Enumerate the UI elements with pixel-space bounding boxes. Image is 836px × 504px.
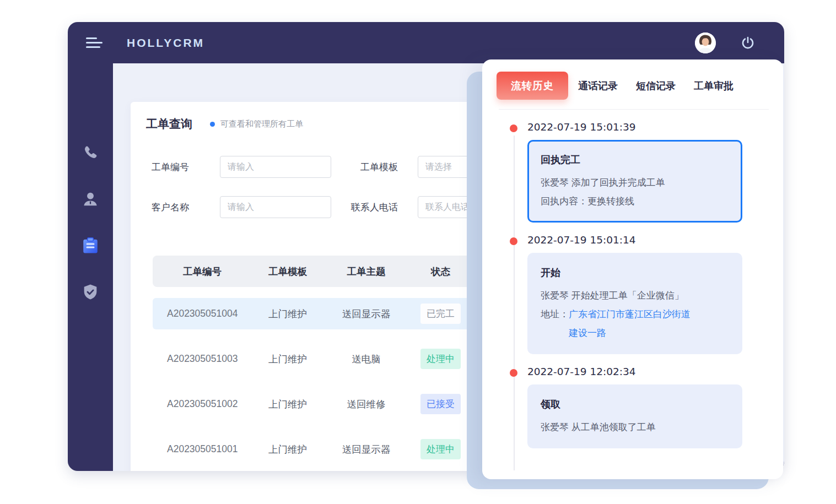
- cell-subject: 送回显示器: [323, 443, 409, 456]
- order-no-input[interactable]: [220, 156, 331, 178]
- col-header-order-no: 工单编号: [153, 265, 252, 278]
- timeline-card-text: 张爱琴 添加了回执并完成工单: [541, 174, 729, 192]
- sidebar-item-contacts[interactable]: [80, 189, 100, 209]
- header-actions: [695, 32, 756, 53]
- contact-phone-label: 联系人电话: [331, 201, 418, 214]
- timeline-timestamp: 2022-07-19 12:02:34: [527, 366, 783, 377]
- timeline-card-started[interactable]: 开始 张爱琴 开始处理工单「企业微信」 地址： 广东省江门市蓬江区白沙街道建设一…: [527, 253, 742, 354]
- cell-order-no: A202305051002: [153, 398, 252, 410]
- timeline-card-title: 回执完工: [541, 153, 729, 166]
- address-label: 地址：: [541, 305, 569, 324]
- page-subtitle: 可查看和管理所有工单: [220, 119, 303, 129]
- timeline-entry: 2022-07-19 15:01:14 开始 张爱琴 开始处理工单「企业微信」 …: [482, 234, 783, 354]
- cell-template: 上门维护: [252, 353, 323, 366]
- timeline-card-text: 回执内容：更换转接线: [541, 192, 729, 211]
- tabs-divider: [499, 109, 769, 110]
- circulation-timeline: 2022-07-19 15:01:39 回执完工 张爱琴 添加了回执并完成工单 …: [482, 121, 783, 448]
- customer-name-label: 客户名称: [152, 201, 220, 214]
- sidebar-item-calls[interactable]: [80, 143, 100, 163]
- order-detail-panel: 流转历史 通话记录 短信记录 工单审批 2022-07-19 15:01:39 …: [482, 59, 783, 479]
- sidebar-item-work-orders[interactable]: [80, 236, 100, 256]
- tab-sms-records[interactable]: 短信记录: [636, 79, 676, 93]
- timeline-card-claimed[interactable]: 领取 张爱琴 从工单池领取了工单: [527, 384, 742, 448]
- contacts-icon: [81, 190, 100, 209]
- sidebar-item-security[interactable]: [80, 282, 100, 302]
- tab-order-approval[interactable]: 工单审批: [694, 79, 733, 93]
- template-label: 工单模板: [331, 161, 418, 174]
- cell-order-no: A202305051004: [153, 308, 252, 319]
- status-badge: 已完工: [420, 304, 461, 324]
- timeline-dot-icon: [510, 124, 517, 132]
- cell-order-no: A202305051001: [153, 443, 252, 455]
- cell-template: 上门维护: [252, 398, 323, 411]
- timeline-card-completed[interactable]: 回执完工 张爱琴 添加了回执并完成工单 回执内容：更换转接线: [527, 140, 742, 223]
- nav-sidebar: [68, 63, 113, 471]
- timeline-entry: 2022-07-19 15:01:39 回执完工 张爱琴 添加了回执并完成工单 …: [482, 121, 783, 223]
- cell-subject: 送电脑: [323, 353, 409, 366]
- cell-subject: 送回维修: [323, 398, 409, 411]
- cell-order-no: A202305051003: [153, 353, 252, 365]
- title-dot-icon: [210, 122, 215, 127]
- power-logout-icon[interactable]: [740, 35, 756, 51]
- cell-subject: 送回显示器: [323, 307, 409, 321]
- menu-hamburger-icon[interactable]: [86, 35, 103, 51]
- shield-check-icon: [81, 283, 100, 301]
- col-header-subject: 工单主题: [323, 265, 409, 278]
- tab-circulation-history[interactable]: 流转历史: [497, 72, 568, 100]
- timeline-card-text: 张爱琴 从工单池领取了工单: [541, 418, 729, 437]
- avatar-image: [695, 32, 716, 53]
- customer-name-input[interactable]: [220, 196, 331, 218]
- timeline-dot-icon: [510, 369, 517, 377]
- page-title: 工单查询: [146, 116, 192, 132]
- timeline-card-title: 领取: [541, 398, 729, 411]
- app-header: HOLLYCRM: [68, 22, 784, 63]
- tab-call-records[interactable]: 通话记录: [578, 79, 618, 93]
- work-order-clipboard-icon: [80, 236, 100, 256]
- status-badge: 已接受: [420, 394, 461, 414]
- user-avatar[interactable]: [695, 32, 716, 53]
- timeline-timestamp: 2022-07-19 15:01:14: [527, 234, 783, 246]
- timeline-card-text: 张爱琴 开始处理工单「企业微信」: [541, 286, 729, 305]
- order-no-label: 工单编号: [152, 161, 220, 174]
- brand-logo: HOLLYCRM: [127, 36, 204, 50]
- timeline-dot-icon: [510, 237, 517, 245]
- timeline-entry: 2022-07-19 12:02:34 领取 张爱琴 从工单池领取了工单: [482, 366, 783, 448]
- phone-icon: [81, 144, 100, 162]
- cell-template: 上门维护: [252, 443, 323, 456]
- timeline-timestamp: 2022-07-19 15:01:39: [527, 121, 783, 133]
- cell-template: 上门维护: [252, 307, 323, 321]
- address-link[interactable]: 广东省江门市蓬江区白沙街道建设一路: [569, 305, 697, 343]
- timeline-card-title: 开始: [541, 266, 729, 279]
- status-badge: 处理中: [420, 349, 461, 369]
- screenshot-stage: HOLLYCRM: [0, 0, 836, 504]
- col-header-template: 工单模板: [252, 265, 323, 278]
- status-badge: 处理中: [420, 439, 461, 459]
- detail-tabs: 流转历史 通话记录 短信记录 工单审批: [482, 59, 783, 100]
- col-header-status: 状态: [409, 265, 472, 278]
